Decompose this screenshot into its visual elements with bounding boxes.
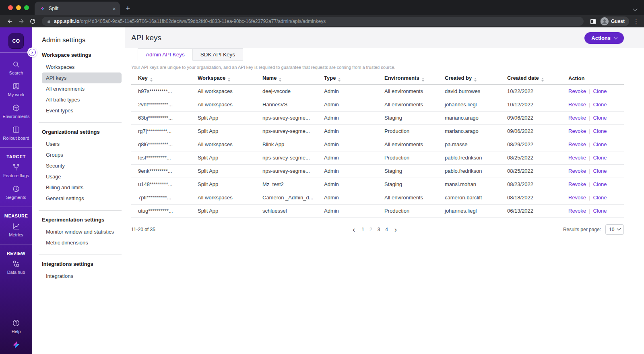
table-header-row: KeyWorkspaceNameTypeEnvironmentsCreated … [131,72,624,85]
clone-link[interactable]: Clone [593,168,607,174]
actions-button[interactable]: Actions [584,32,624,44]
sidebar-item-metrics[interactable]: Metrics [0,219,32,240]
cell-environments: Production [378,124,438,138]
revoke-link[interactable]: Revoke [568,101,586,108]
admin-nav-usage[interactable]: Usage [42,171,122,182]
clone-link[interactable]: Clone [593,195,607,201]
tab-admin-api-keys[interactable]: Admin API Keys [138,48,193,61]
clone-link[interactable]: Clone [593,101,607,108]
clone-link[interactable]: Clone [593,155,607,161]
forward-button[interactable] [16,17,27,26]
sidebar-item-search[interactable]: Search [0,57,32,79]
results-per-page-select[interactable]: 10 [605,224,624,235]
browser-menu-icon[interactable]: ⋮ [633,19,639,25]
admin-nav-billing-and-limits[interactable]: Billing and limits [42,182,122,193]
workspace-badge[interactable]: CO [8,33,24,49]
back-button[interactable] [5,17,15,26]
sidebar-item-help[interactable]: Help [12,316,21,336]
admin-nav-integrations[interactable]: Integrations [42,271,122,282]
window-minimize-button[interactable] [16,5,21,10]
table-row: utug**********...Split AppschluesselAdmi… [131,204,624,217]
sidebar-item-my-work[interactable]: My work [0,79,32,100]
window-zoom-button[interactable] [24,5,29,10]
admin-nav-all-traffic-types[interactable]: All traffic types [42,94,122,105]
revoke-link[interactable]: Revoke [568,208,586,214]
cell-environments: Production [378,151,438,164]
previous-page-button[interactable]: ‹ [352,226,356,233]
table-row: rg7j**********...Split Appnps-survey-seg… [131,124,624,138]
cell-created-date: 10/12/2022 [500,98,561,111]
revoke-link[interactable]: Revoke [568,128,586,134]
sidebar-item-segments[interactable]: Segments [0,181,32,203]
clone-link[interactable]: Clone [593,208,607,214]
admin-nav-security[interactable]: Security [42,160,122,171]
clone-link[interactable]: Clone [593,128,607,134]
sidebar-item-data-hub[interactable]: Data hub [0,256,32,278]
revoke-link[interactable]: Revoke [568,195,586,201]
clone-link[interactable]: Clone [593,88,607,94]
admin-nav-metric-dimensions[interactable]: Metric dimensions [42,237,122,248]
sidebar-item-feature-flags[interactable]: Feature flags [0,159,32,181]
address-bar[interactable]: app.split.io/org/4d3405a0-9ca5-11e5-9706… [42,17,584,26]
admin-nav-all-environments[interactable]: All environments [42,83,122,94]
column-header-created-by[interactable]: Created by [438,72,500,85]
next-page-button[interactable]: › [394,226,398,233]
page-1[interactable]: 1 [361,227,364,232]
chevron-down-icon[interactable] [633,6,637,11]
cell-action: Revoke|Clone [561,204,624,217]
column-header-environments[interactable]: Environments [378,72,438,85]
admin-nav-event-types[interactable]: Event types [42,105,122,116]
table-row: h97s*********...All workspacesdeej-vscod… [131,85,624,98]
clone-link[interactable]: Clone [593,141,607,147]
admin-nav-groups[interactable]: Groups [42,149,122,160]
window-close-button[interactable] [8,5,13,10]
revoke-link[interactable]: Revoke [568,168,586,174]
tab-sdk-api-keys[interactable]: SDK API Keys [193,48,243,61]
sidebar-section-target: TARGET [0,154,32,159]
column-header-label: Created date [507,75,539,81]
admin-nav-workspaces[interactable]: Workspaces [42,62,122,72]
column-header-action: Action [561,72,624,85]
revoke-link[interactable]: Revoke [568,88,586,94]
tab-close-icon[interactable]: × [112,6,116,12]
column-header-workspace[interactable]: Workspace [191,72,256,85]
admin-nav-users[interactable]: Users [42,139,122,149]
chevron-down-icon [614,35,618,39]
admin-nav-general-settings[interactable]: General settings [42,193,122,204]
cell-workspace: All workspaces [191,191,256,204]
admin-nav-monitor-window-and-statistics[interactable]: Monitor window and statistics [42,226,122,237]
sort-icon [150,78,153,82]
column-header-created-date[interactable]: Created date [500,72,561,85]
sidebar-item-label: Data hub [7,270,25,275]
sidebar-item-environments[interactable]: Environments [0,100,32,122]
sort-icon [422,78,424,82]
revoke-link[interactable]: Revoke [568,155,586,161]
column-header-key[interactable]: Key [131,72,191,85]
cell-action: Revoke|Clone [561,178,624,191]
revoke-link[interactable]: Revoke [568,181,586,187]
admin-nav-api-keys[interactable]: API keys [42,72,122,83]
reload-button[interactable] [27,17,38,26]
browser-profile-chip[interactable]: Guest [600,17,629,26]
sidebar-item-rollout-board[interactable]: Rollout board [0,122,32,144]
cell-name: nps-survey-segme... [256,124,317,138]
sidebar-expand-button[interactable]: › [27,48,37,57]
page-3[interactable]: 3 [378,227,380,232]
table-row: q8l6**********...All workspacesBlink App… [131,138,624,151]
table-row: 9enk*********...Split Appnps-survey-segm… [131,164,624,178]
revoke-link[interactable]: Revoke [568,141,586,147]
sidebar-item-label: Rollout board [3,136,29,141]
revoke-link[interactable]: Revoke [568,115,586,121]
column-header-name[interactable]: Name [256,72,317,85]
sort-icon [474,78,477,82]
avatar [601,17,609,25]
browser-tab[interactable]: Split × [35,2,120,15]
new-tab-button[interactable]: + [126,4,130,13]
side-panel-icon[interactable] [588,17,599,26]
column-header-type[interactable]: Type [317,72,378,85]
cell-created-date: 06/13/2022 [500,204,561,217]
page-4[interactable]: 4 [385,227,388,232]
clone-link[interactable]: Clone [593,115,607,121]
clone-link[interactable]: Clone [593,181,607,187]
page-2[interactable]: 2 [369,227,372,232]
